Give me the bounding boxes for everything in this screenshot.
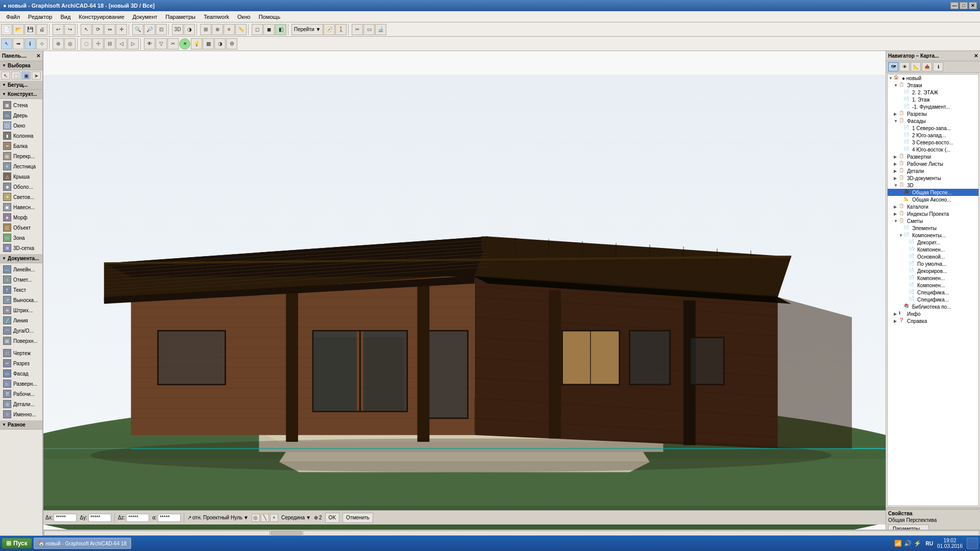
pointer-btn[interactable]: ↖: [1, 38, 12, 49]
smart-btn[interactable]: ◎: [64, 38, 76, 49]
tool-morf[interactable]: ◈ Морф: [1, 212, 41, 222]
save-btn[interactable]: 💾: [24, 24, 36, 35]
tool-balka[interactable]: ━ Балка: [1, 141, 41, 151]
orbit-btn[interactable]: ◌: [81, 38, 92, 49]
elev-btn[interactable]: ▭: [363, 24, 375, 35]
tree-fundament[interactable]: 📄 -1. Фундамент...: [888, 103, 978, 110]
prev-view-btn[interactable]: ◁: [116, 38, 127, 49]
zoom-out[interactable]: 🔎: [144, 24, 155, 35]
print-btn[interactable]: 🖨: [36, 24, 47, 35]
move-btn[interactable]: ✛: [116, 24, 127, 35]
select-active[interactable]: ▣: [21, 71, 31, 80]
minimize-button[interactable]: —: [950, 2, 959, 9]
menu-edit[interactable]: Редактор: [24, 13, 56, 21]
dy-input[interactable]: [88, 514, 111, 522]
tool-dver[interactable]: ▭ Дверь: [1, 110, 41, 120]
tree-obshaya-akso[interactable]: 📐 Общая Аксоно...: [888, 196, 978, 203]
filter-btn[interactable]: ▽: [156, 38, 167, 49]
measure-btn[interactable]: 📏: [235, 24, 247, 35]
tree-etazhi[interactable]: ▼ 📋 Этажи: [888, 82, 978, 89]
nav-publ-btn[interactable]: 📤: [922, 62, 932, 71]
viewport-3d[interactable]: [43, 51, 886, 530]
running-section[interactable]: Бегущ...: [0, 81, 42, 90]
tool-linia[interactable]: ╱ Линия: [1, 315, 41, 325]
tool-svetov[interactable]: ☀ Светов...: [1, 192, 41, 202]
texture-btn[interactable]: ▦: [203, 38, 214, 49]
arrow-btn[interactable]: ➡: [13, 38, 24, 49]
tree-komponen[interactable]: ▼ 📄 Компоненты...: [888, 232, 978, 239]
ghoststory-btn[interactable]: 👁: [144, 38, 155, 49]
select-btn[interactable]: ↖: [81, 24, 92, 35]
tool-chertezh[interactable]: □ Чертеж: [1, 348, 41, 358]
info-btn[interactable]: ℹ: [24, 38, 36, 49]
menu-teamwork[interactable]: Teamwork: [200, 13, 233, 21]
tool-lestnica[interactable]: ≡ Лестница: [1, 161, 41, 171]
new-btn[interactable]: 📄: [1, 24, 12, 35]
select-box[interactable]: ⬚: [11, 71, 20, 80]
panel-close-btn[interactable]: ✕: [36, 53, 40, 59]
tool-krysha[interactable]: △ Крыша: [1, 171, 41, 182]
maximize-button[interactable]: □: [960, 2, 968, 9]
tree-3d[interactable]: ▼ 📋 3D: [888, 182, 978, 189]
tree-etazh1[interactable]: 📄 1. Этаж: [888, 96, 978, 103]
select-arrow[interactable]: ↖: [1, 71, 10, 80]
tool-zona[interactable]: ▭ Зона: [1, 233, 41, 243]
tree-fasady[interactable]: ▼ 📋 Фасады: [888, 117, 978, 124]
walk-btn[interactable]: 🚶: [335, 24, 347, 35]
tree-biblioteka[interactable]: 📚 Библиотека по...: [888, 303, 978, 310]
raznoe-section[interactable]: Разное: [0, 420, 42, 430]
nav-views-btn[interactable]: 👁: [899, 62, 910, 71]
menu-params[interactable]: Параметры: [161, 13, 200, 21]
tree-fasad4[interactable]: 📄 4 Юго-восток (...: [888, 146, 978, 153]
next-view-btn[interactable]: ▷: [128, 38, 139, 49]
konstruk-section[interactable]: Конструкт...: [0, 90, 42, 99]
tool-shtrix[interactable]: ≋ Штрих...: [1, 305, 41, 315]
menu-file[interactable]: Файл: [2, 13, 24, 21]
solid-btn[interactable]: ◼: [263, 24, 275, 35]
cancel-button[interactable]: Отменить: [342, 513, 373, 523]
tree-komp-dekor1[interactable]: 📄 Декорит...: [888, 239, 978, 246]
3d-btn[interactable]: 3D: [172, 24, 183, 35]
mirror-btn[interactable]: ⇔: [104, 24, 115, 35]
tree-fasad2[interactable]: 📄 2 Юго-запад...: [888, 132, 978, 139]
tree-komp-komp1[interactable]: 📄 Компонен...: [888, 246, 978, 253]
sun-btn[interactable]: ☀: [179, 38, 190, 49]
snap-btn[interactable]: ⊕: [212, 24, 223, 35]
magnet-btn[interactable]: ⊛: [53, 38, 64, 49]
taskbar-archicad[interactable]: 🏠 новый - Graphisoft ArchiCAD-64 18: [34, 538, 131, 549]
rotate-btn[interactable]: ⟳: [92, 24, 104, 35]
a-input[interactable]: [158, 514, 181, 522]
tree-3ddoc[interactable]: ▶ 📋 3D-документы: [888, 174, 978, 182]
tree-komp-spec1[interactable]: 📄 Специфика...: [888, 289, 978, 296]
grid-btn[interactable]: ⊞: [200, 24, 211, 35]
render-btn[interactable]: ◑: [184, 24, 195, 35]
tray-icon-1[interactable]: 📶: [894, 540, 902, 547]
nav-info-btn[interactable]: ℹ: [933, 62, 943, 71]
tool-perekr[interactable]: ▤ Перекр...: [1, 151, 41, 161]
undo-btn[interactable]: ↩: [53, 24, 64, 35]
tool-poverhn[interactable]: ▤ Поверхн...: [1, 336, 41, 346]
light-btn[interactable]: 💡: [191, 38, 202, 49]
tool-linein[interactable]: — Линейн...: [1, 264, 41, 274]
menu-document[interactable]: Документ: [129, 13, 162, 21]
zoom-in[interactable]: 🔍: [132, 24, 143, 35]
tree-spravka[interactable]: ▶ ❓ Справка: [888, 317, 978, 324]
menu-help[interactable]: Помощь: [255, 13, 285, 21]
tool-text[interactable]: T Текст: [1, 285, 41, 295]
goto-dropdown[interactable]: Перейти ▼: [291, 24, 323, 35]
tool-imenno[interactable]: ☆ Именно...: [1, 409, 41, 419]
nav-close-btn[interactable]: ✕: [974, 53, 978, 59]
tree-rablisty[interactable]: ▶ 📋 Рабочие Листы: [888, 160, 978, 167]
redo-btn[interactable]: ↪: [64, 24, 76, 35]
tool-stena[interactable]: ▦ Стена: [1, 100, 41, 110]
tree-komp-dekor2[interactable]: 📄 Декориров...: [888, 267, 978, 274]
detail-btn[interactable]: 🔬: [375, 24, 386, 35]
tree-razvertki[interactable]: ▶ 📋 Развертки: [888, 153, 978, 160]
az-input[interactable]: [126, 514, 149, 522]
menu-window[interactable]: Окно: [233, 13, 255, 21]
dx-input[interactable]: [54, 514, 77, 522]
tree-komp-komp3[interactable]: 📄 Компонен...: [888, 282, 978, 289]
tree-etazh2[interactable]: 📄 2. 2. ЭТАЖ: [888, 89, 978, 96]
tree-info[interactable]: ▶ ℹ Инфо: [888, 310, 978, 317]
tool-object[interactable]: ◫ Объект: [1, 222, 41, 233]
